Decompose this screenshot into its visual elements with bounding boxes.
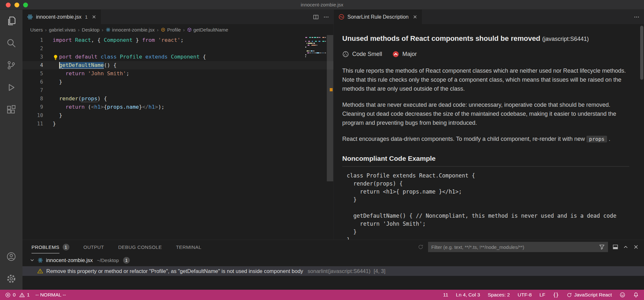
file-path: ~/Desktop xyxy=(97,258,119,263)
code-token: extends xyxy=(145,54,168,60)
line-number[interactable]: 3 xyxy=(22,53,43,61)
minimap-line xyxy=(305,47,326,48)
rule-tab-bar: SonarLint Rule Description xyxy=(334,10,644,24)
breadcrumb-label: gabriel.vivas xyxy=(49,27,76,32)
line-number[interactable]: 4 xyxy=(22,61,43,69)
maximize-panel-icon[interactable] xyxy=(623,244,629,250)
code-line[interactable]: 4 getDefaultName() { xyxy=(22,61,334,69)
tab-innocent-zombie[interactable]: innocent-zombie.jsx 1 xyxy=(22,10,101,24)
code-token xyxy=(142,54,145,60)
breadcrumb-item[interactable]: Profile xyxy=(161,27,181,32)
status-counter[interactable]: 11 xyxy=(443,292,448,298)
more-actions-icon[interactable] xyxy=(634,14,640,20)
format-braces[interactable]: {} xyxy=(553,292,559,298)
breadcrumb-separator: › xyxy=(45,27,47,32)
filter-input[interactable] xyxy=(431,244,599,250)
line-number[interactable]: 6 xyxy=(22,78,43,86)
feedback-smiley[interactable] xyxy=(620,292,625,298)
line-number[interactable]: 8 xyxy=(22,95,43,103)
line-number[interactable]: 5 xyxy=(22,69,43,78)
code-line[interactable]: 7 xyxy=(22,86,334,95)
line-number[interactable]: 9 xyxy=(22,103,43,111)
minimize-window-button[interactable] xyxy=(14,3,19,7)
activity-bar-source-control[interactable] xyxy=(0,54,22,76)
breadcrumb-item[interactable]: gabriel.vivas xyxy=(49,27,76,32)
line-number[interactable]: 2 xyxy=(22,44,43,53)
problems-file-row[interactable]: innocent-zombie.jsx ~/Desktop 1 xyxy=(22,254,644,266)
tab-output[interactable]: OUTPUT xyxy=(84,240,104,254)
zoom-window-button[interactable] xyxy=(23,3,28,7)
activity-bar-explorer[interactable] xyxy=(0,10,22,32)
code-line[interactable]: 6 } xyxy=(22,78,334,86)
code-line[interactable]: 9 return (<h1>{props.name}</h1>); xyxy=(22,103,334,111)
inline-code: props xyxy=(586,136,607,142)
line-number[interactable]: 11 xyxy=(22,120,43,128)
tab-sonarlint-rule-description[interactable]: SonarLint Rule Description xyxy=(334,10,422,24)
breadcrumb-item[interactable]: Users xyxy=(30,27,43,32)
close-window-button[interactable] xyxy=(6,3,11,7)
breadcrumb-separator: › xyxy=(102,27,103,32)
minimap-line xyxy=(305,45,326,46)
titlebar: innocent-zombie.jsx xyxy=(0,0,644,10)
activity-bar-account[interactable] xyxy=(0,245,22,268)
code-line[interactable]: 10 } xyxy=(22,111,334,120)
activity-bar-settings[interactable] xyxy=(0,268,22,290)
code-token: } xyxy=(53,121,56,127)
scrollbar-thumb[interactable] xyxy=(327,35,333,181)
line-number[interactable]: 7 xyxy=(22,86,43,95)
tab-terminal[interactable]: TERMINAL xyxy=(176,240,201,254)
line-number[interactable]: 10 xyxy=(22,111,43,120)
close-tab-icon[interactable] xyxy=(413,14,417,19)
activity-bar-extensions[interactable] xyxy=(0,98,22,121)
panel-tabs: PROBLEMS 1 OUTPUT DEBUG CONSOLE TERMINAL xyxy=(31,240,201,254)
breadcrumb-item[interactable]: getDefaultName xyxy=(187,27,228,32)
code-token: from xyxy=(142,37,155,43)
close-panel-icon[interactable] xyxy=(633,244,639,250)
minimap[interactable] xyxy=(305,37,326,58)
breadcrumb-item[interactable]: innocent-zombie.jsx xyxy=(106,27,155,32)
code-line[interactable]: 5 return 'John Smith'; xyxy=(22,69,334,78)
code-line[interactable]: 11} xyxy=(22,120,334,128)
code-token: < xyxy=(91,104,94,110)
chevron-down-icon[interactable] xyxy=(30,258,35,263)
activity-bar-search[interactable] xyxy=(0,32,22,54)
code-token: g xyxy=(59,62,62,69)
editor-tab-bar: innocent-zombie.jsx 1 xyxy=(22,10,334,24)
more-actions-icon[interactable] xyxy=(323,14,329,20)
split-editor-icon[interactable] xyxy=(313,14,319,20)
encoding[interactable]: UTF-8 xyxy=(518,292,532,298)
tab-debug-console[interactable]: DEBUG CONSOLE xyxy=(118,240,162,254)
language-mode[interactable]: JavaScript React xyxy=(567,292,612,298)
minimap-line xyxy=(305,54,326,55)
code-line[interactable]: 2 xyxy=(22,44,334,53)
panel-layout-icon[interactable] xyxy=(613,244,618,250)
rule-panel-scrollbar[interactable] xyxy=(640,26,643,80)
activity-bar-run-debug[interactable] xyxy=(0,76,22,98)
code-line[interactable]: 1import React, { Component } from 'react… xyxy=(22,36,334,44)
code-line[interactable]: 8 render(props) { xyxy=(22,95,334,103)
problems-filter[interactable] xyxy=(428,242,608,252)
cursor-position[interactable]: Ln 4, Col 3 xyxy=(456,292,480,298)
code-line[interactable]: 3port default class Profile extends Comp… xyxy=(22,53,334,61)
code-smell-icon xyxy=(342,51,349,58)
vim-mode-indicator[interactable]: -- NORMAL -- xyxy=(35,292,66,298)
lightbulb-icon[interactable] xyxy=(53,54,59,60)
problem-row[interactable]: Remove this property or method or refact… xyxy=(22,266,644,276)
rule-code-block: class Profile extends React.Component { … xyxy=(342,166,629,240)
eol-sequence[interactable]: LF xyxy=(540,292,545,298)
refresh-icon[interactable] xyxy=(418,244,424,250)
notifications-bell[interactable] xyxy=(633,292,639,298)
code-editor[interactable]: 1import React, { Component } from 'react… xyxy=(22,35,334,240)
sonarlint-icon xyxy=(338,14,344,20)
breadcrumb-separator: › xyxy=(157,27,158,32)
breadcrumb-item[interactable]: Desktop xyxy=(82,27,100,32)
filter-icon[interactable] xyxy=(599,244,605,250)
account-icon xyxy=(6,252,16,261)
indentation[interactable]: Spaces: 2 xyxy=(488,292,510,298)
close-tab-icon[interactable] xyxy=(92,14,96,19)
problems-status[interactable]: 0 1 xyxy=(5,292,30,298)
tab-problems[interactable]: PROBLEMS 1 xyxy=(31,240,69,254)
line-number[interactable]: 1 xyxy=(22,36,43,44)
editor-scrollbar[interactable] xyxy=(326,35,334,240)
code-token: ( xyxy=(78,95,81,102)
